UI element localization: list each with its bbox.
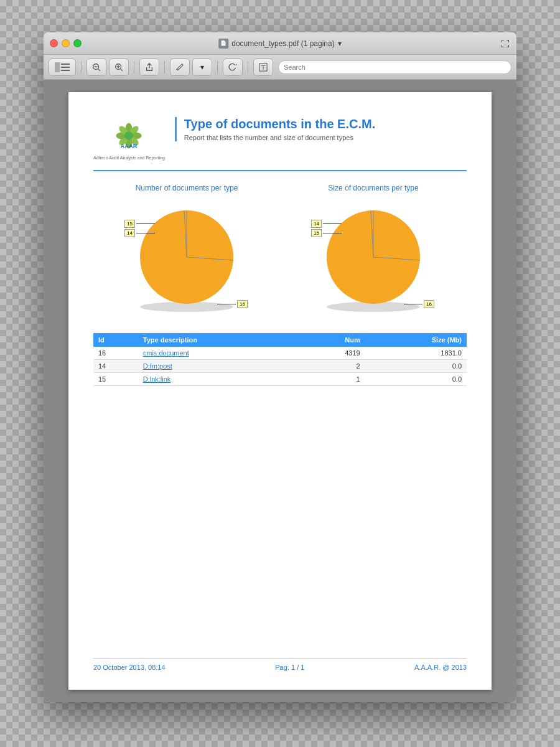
aaar-logo: AAAR: [110, 117, 147, 154]
svg-text:AAAR: AAAR: [121, 143, 138, 149]
chart2-pie: 14 15 16: [317, 202, 429, 314]
text-tool-button[interactable]: [253, 59, 273, 76]
maximize-button[interactable]: [73, 39, 82, 47]
footer-copyright: A.A.A.R. @ 2013: [414, 664, 467, 671]
cell-id: 14: [93, 360, 138, 373]
cell-num: 4319: [301, 347, 365, 360]
chart1-container: Number of documents per type: [106, 184, 268, 314]
separator-5: [248, 61, 248, 73]
table-row: 16 cmis:document 4319 1831.0: [93, 347, 467, 360]
separator-2: [134, 61, 134, 73]
svg-rect-1: [61, 63, 70, 65]
minimize-button[interactable]: [62, 39, 70, 47]
window-title: document_types.pdf (1 pagina): [231, 39, 334, 48]
chart2-label-14: 14: [311, 220, 322, 228]
chart2-label-16: 16: [424, 300, 434, 308]
mac-window: 📄 document_types.pdf (1 pagina) ▾: [44, 32, 516, 702]
svg-point-23: [125, 131, 134, 140]
cell-size: 0.0: [365, 373, 467, 386]
pdf-area: AAAR Adheco Audit Analysis and Reporting…: [44, 80, 516, 702]
annotate-button[interactable]: [170, 59, 190, 76]
svg-line-5: [98, 68, 101, 71]
window-title-area: 📄 document_types.pdf (1 pagina) ▾: [218, 39, 341, 49]
footer-date: 20 October 2013, 08:14: [93, 664, 166, 671]
cell-id: 15: [93, 373, 138, 386]
chart2-container: Size of documents per type: [292, 184, 454, 314]
logo-subtitle: Adheco Audit Analysis and Reporting: [93, 156, 165, 160]
chart2-title: Size of documents per type: [328, 184, 418, 192]
svg-line-11: [177, 69, 179, 70]
table-row: 14 D:fm:post 2 0.0: [93, 360, 467, 373]
header-divider: [93, 170, 467, 171]
col-header-id: Id: [93, 333, 138, 347]
logo-container: AAAR Adheco Audit Analysis and Reporting: [93, 117, 165, 160]
annotate-dropdown[interactable]: ▾: [192, 59, 212, 76]
report-title: Type of documents in the E.C.M.: [184, 117, 375, 131]
svg-line-8: [121, 68, 123, 71]
col-header-type: Type description: [138, 333, 301, 347]
svg-rect-0: [55, 62, 60, 72]
pdf-footer: 20 October 2013, 08:14 Pag. 1 / 1 A.A.A.…: [93, 658, 467, 671]
cell-type[interactable]: D:lnk:link: [138, 373, 301, 386]
share-button[interactable]: [139, 59, 159, 76]
col-header-num: Num: [301, 333, 365, 347]
cell-id: 16: [93, 347, 138, 360]
report-title-block: Type of documents in the E.C.M. Report t…: [175, 117, 375, 141]
pdf-page: AAAR Adheco Audit Analysis and Reporting…: [68, 92, 492, 690]
traffic-lights: [50, 39, 82, 47]
cell-size: 0.0: [365, 360, 467, 373]
sidebar-toggle-button[interactable]: [49, 59, 76, 76]
zoom-in-button[interactable]: [109, 59, 129, 76]
footer-page: Pag. 1 / 1: [275, 664, 304, 671]
close-button[interactable]: [50, 39, 58, 47]
zoom-out-button[interactable]: [86, 59, 106, 76]
svg-rect-2: [61, 67, 70, 68]
chart2-label-15: 15: [311, 229, 322, 237]
expand-icon[interactable]: [500, 39, 510, 49]
chart1-label-16: 16: [237, 300, 248, 308]
rotate-button[interactable]: [223, 59, 243, 76]
svg-rect-3: [61, 70, 70, 71]
table-row: 15 D:lnk:link 1 0.0: [93, 373, 467, 386]
separator-1: [81, 61, 82, 73]
report-subtitle: Report that lists the number and size of…: [184, 134, 375, 141]
chart1-label-15: 15: [124, 220, 135, 228]
pdf-icon: 📄: [218, 39, 228, 49]
charts-section: Number of documents per type: [93, 184, 467, 314]
title-bar: 📄 document_types.pdf (1 pagina) ▾: [44, 32, 516, 55]
report-header: AAAR Adheco Audit Analysis and Reporting…: [93, 117, 467, 160]
toolbar: ▾: [44, 55, 516, 80]
col-header-size: Size (Mb): [365, 333, 467, 347]
separator-4: [217, 61, 218, 73]
cell-num: 1: [301, 373, 365, 386]
data-table: Id Type description Num Size (Mb) 16 cmi…: [93, 333, 467, 386]
cell-type[interactable]: cmis:document: [138, 347, 301, 360]
cell-num: 2: [301, 360, 365, 373]
search-input[interactable]: [278, 60, 511, 74]
chart1-pie: 15 14 16: [131, 202, 243, 314]
cell-type[interactable]: D:fm:post: [138, 360, 301, 373]
separator-3: [164, 61, 165, 73]
chart1-label-14: 14: [124, 229, 135, 237]
dropdown-arrow[interactable]: ▾: [338, 39, 342, 48]
cell-size: 1831.0: [365, 347, 467, 360]
chart1-title: Number of documents per type: [136, 184, 238, 192]
